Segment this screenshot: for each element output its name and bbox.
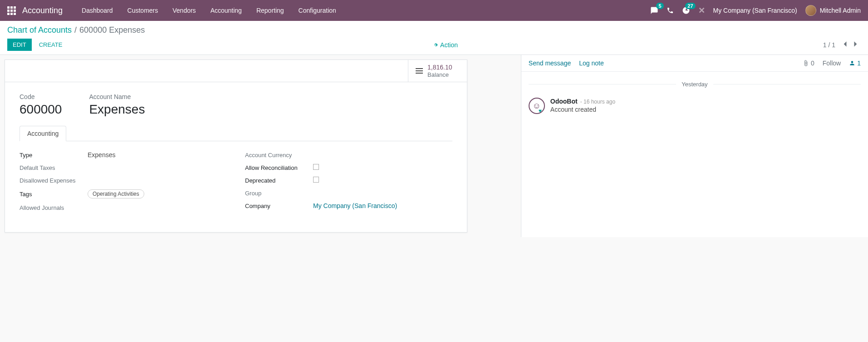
balance-value: 1,816.10 <box>427 64 452 71</box>
group-label: Group <box>245 190 313 197</box>
close-icon[interactable]: ✕ <box>698 5 705 15</box>
message-author[interactable]: OdooBot <box>550 98 578 105</box>
disallowed-label: Disallowed Expenses <box>20 177 88 184</box>
phone-icon[interactable] <box>667 7 674 14</box>
attachments-button[interactable]: 0 <box>803 59 814 67</box>
activities-badge: 27 <box>685 3 695 9</box>
edit-button[interactable]: Edit <box>7 39 32 51</box>
person-icon <box>849 60 855 66</box>
control-panel: Chart of Accounts / 600000 Expenses Edit… <box>0 21 868 55</box>
breadcrumb: Chart of Accounts / 600000 Expenses <box>7 25 861 35</box>
paperclip-icon <box>803 60 809 66</box>
balance-stat-button[interactable]: 1,816.10 Balance <box>408 60 467 82</box>
nav-right: 5 27 ✕ My Company (San Francisco) Mitche… <box>650 5 861 16</box>
button-box: 1,816.10 Balance <box>5 60 467 82</box>
pager: 1 / 1 <box>823 39 861 50</box>
reconcile-label: Allow Reconciliation <box>245 164 313 171</box>
discuss-icon[interactable]: 5 <box>650 6 658 15</box>
company-link[interactable]: My Company (San Francisco) <box>313 202 397 209</box>
reconcile-checkbox[interactable] <box>313 164 319 170</box>
menu-accounting[interactable]: Accounting <box>204 1 248 20</box>
message-content: Account created <box>550 106 861 113</box>
type-label: Type <box>20 152 88 159</box>
menu-dashboard[interactable]: Dashboard <box>75 1 119 20</box>
follow-button[interactable]: Follow <box>823 59 841 67</box>
tab-accounting[interactable]: Accounting <box>20 126 66 141</box>
action-label: Action <box>440 41 458 49</box>
message: ☺ ♥ OdooBot - 16 hours ago Account creat… <box>529 95 861 117</box>
gear-icon <box>433 42 438 48</box>
list-icon <box>416 68 423 74</box>
app-brand[interactable]: Accounting <box>22 6 63 15</box>
allowed-journals-label: Allowed Journals <box>20 204 88 211</box>
main-menu: Dashboard Customers Vendors Accounting R… <box>75 1 650 20</box>
code-label: Code <box>20 93 62 100</box>
tabs: Accounting <box>20 126 452 141</box>
pager-next-icon[interactable] <box>851 39 861 50</box>
discuss-badge: 5 <box>656 3 663 9</box>
menu-reporting[interactable]: Reporting <box>250 1 290 20</box>
account-name-label: Account Name <box>89 93 145 100</box>
pager-prev-icon[interactable] <box>840 39 850 50</box>
type-value: Expenses <box>88 151 227 159</box>
top-navbar: Accounting Dashboard Customers Vendors A… <box>0 0 868 21</box>
menu-vendors[interactable]: Vendors <box>166 1 202 20</box>
code-value: 600000 <box>20 102 62 117</box>
apps-icon[interactable] <box>7 6 16 15</box>
action-dropdown[interactable]: Action <box>68 41 823 49</box>
followers-count: 1 <box>857 59 861 67</box>
currency-label: Account Currency <box>245 152 313 159</box>
activities-icon[interactable]: 27 <box>682 6 690 15</box>
date-divider: Yesterday <box>529 81 861 88</box>
chatter: Send message Log note 0 Follow 1 Yesterd… <box>521 55 868 237</box>
message-time: - 16 hours ago <box>580 99 615 105</box>
create-button[interactable]: Create <box>34 39 68 51</box>
followers-button[interactable]: 1 <box>849 59 861 67</box>
form-sheet: 1,816.10 Balance Code 600000 Account Nam… <box>5 59 467 233</box>
breadcrumb-parent[interactable]: Chart of Accounts <box>7 25 72 35</box>
user-avatar-icon <box>805 5 816 16</box>
tag-pill: Operating Activities <box>88 189 144 198</box>
default-taxes-label: Default Taxes <box>20 164 88 171</box>
bot-avatar-icon: ☺ ♥ <box>529 98 545 114</box>
tags-label: Tags <box>20 191 88 198</box>
company-selector[interactable]: My Company (San Francisco) <box>713 7 797 14</box>
menu-configuration[interactable]: Configuration <box>292 1 343 20</box>
user-menu[interactable]: Mitchell Admin <box>805 5 861 16</box>
deprecated-checkbox[interactable] <box>313 177 319 183</box>
log-note-button[interactable]: Log note <box>579 59 604 67</box>
company-label: Company <box>245 203 313 209</box>
balance-label: Balance <box>427 71 452 79</box>
attachments-count: 0 <box>811 59 814 67</box>
pager-value[interactable]: 1 / 1 <box>823 41 835 49</box>
send-message-button[interactable]: Send message <box>529 59 571 67</box>
deprecated-label: Deprecated <box>245 177 313 184</box>
breadcrumb-current: 600000 Expenses <box>79 25 145 35</box>
menu-customers[interactable]: Customers <box>121 1 165 20</box>
user-name: Mitchell Admin <box>820 7 861 14</box>
account-name-value: Expenses <box>89 102 145 117</box>
